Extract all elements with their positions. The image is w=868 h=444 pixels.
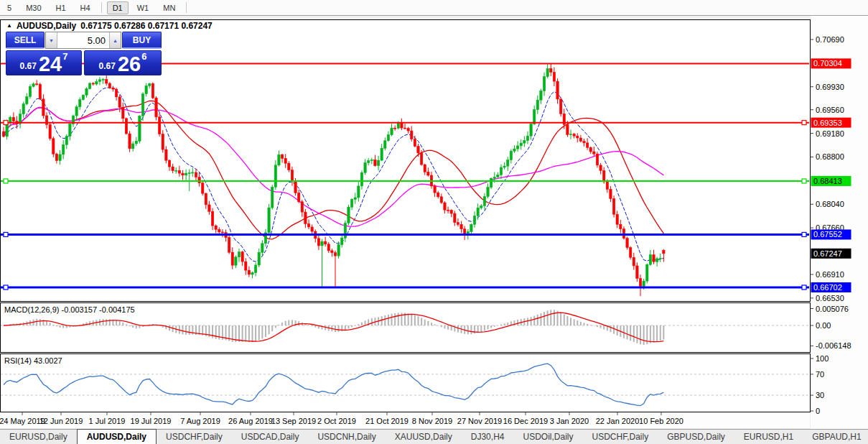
sell-price-button[interactable]: 0.67 24 7 (6, 50, 82, 75)
chart-tab-bar: EURUSD,DailyAUDUSD,DailyUSDCHF,DailyUSDC… (0, 429, 868, 444)
toolbar-separator (186, 2, 187, 13)
chart-title: ▲ AUDUSD,Daily 0.67175 0.67286 0.67171 0… (6, 21, 213, 31)
date-tick-label: 8 Nov 2019 (412, 417, 452, 425)
tab-usdcnh-daily[interactable]: USDCNH,Daily (308, 430, 385, 444)
price-tick-label: 0.70690 (816, 35, 844, 44)
toolbar-timeframe-m30[interactable]: M30 (20, 1, 47, 14)
rsi-scale-label: 100 (816, 354, 829, 363)
pivot-line-handle[interactable] (802, 179, 806, 183)
date-tick-label: 24 May 2019 (0, 417, 45, 425)
buy-price-pips: 26 (118, 53, 141, 75)
date-tick-label: 27 Nov 2019 (457, 417, 502, 425)
rsi-panel[interactable] (1, 354, 811, 412)
resistance-line-2-handle[interactable] (4, 121, 8, 125)
date-tick-label: 7 Aug 2019 (180, 417, 220, 425)
tab-usdchf-daily[interactable]: USDCHF,Daily (157, 430, 232, 444)
resistance-line-2-price-label: 0.69353 (813, 119, 842, 127)
sell-price-point: 7 (62, 51, 67, 62)
resistance-line-1-price-label: 0.70304 (813, 59, 842, 68)
tab-xauusd-daily[interactable]: XAUUSD,Daily (386, 430, 462, 444)
price-tick-label: 0.69560 (816, 106, 844, 114)
toolbar-timeframe-mn[interactable]: MN (157, 1, 181, 14)
price-tick-label: 0.68040 (816, 200, 844, 208)
tab-gbpaud-h1[interactable]: GBPAUD,H1 (803, 430, 868, 444)
pivot-line-handle[interactable] (4, 179, 8, 183)
toolbar-timeframe-h4[interactable]: H4 (75, 1, 96, 14)
resistance-line-2-handle[interactable] (802, 121, 806, 125)
date-tick-label: 1 Jul 2019 (89, 417, 126, 425)
price-tick-label: 0.68800 (816, 152, 844, 161)
volume-increase-button[interactable]: ▲ (109, 32, 121, 48)
rsi-scale-label: 70 (816, 370, 824, 379)
tab-dj30-h4[interactable]: DJ30,H4 (462, 430, 514, 444)
rsi-indicator-label: RSI(14) 43.0027 (4, 356, 62, 365)
support-line-1-price-label: 0.67552 (813, 230, 842, 239)
one-click-trade-panel: SELL ▼ 5.00 ▲ BUY 0.67 24 7 0.67 26 6 (6, 32, 162, 75)
tab-audusd-daily[interactable]: AUDUSD,Daily (77, 429, 157, 444)
tab-usdchf-daily[interactable]: USDCHF,Daily (582, 430, 658, 444)
tab-eurusd-daily[interactable]: EURUSD,Daily (0, 430, 77, 444)
date-tick-label: 10 Feb 2020 (639, 417, 683, 425)
support-line-2-price-label: 0.66702 (813, 283, 842, 292)
date-tick-label: 16 Dec 2019 (503, 417, 548, 425)
support-line-2-handle[interactable] (802, 285, 806, 290)
date-tick-label: 13 Sep 2019 (271, 417, 316, 425)
buy-button[interactable]: BUY (122, 32, 162, 49)
price-tick-label: 0.69930 (816, 83, 844, 91)
price-scale-column[interactable] (811, 16, 868, 429)
date-tick-label: 19 Jul 2019 (131, 417, 172, 425)
sell-price-pips: 24 (39, 53, 62, 75)
tab-eurusd-h1[interactable]: EURUSD,H1 (734, 430, 803, 444)
date-tick-label: 21 Oct 2019 (365, 417, 409, 425)
price-tick-label: 0.66530 (816, 294, 844, 302)
macd-scale-label: 0.00 (816, 321, 831, 330)
tab-usdcad-daily[interactable]: USDCAD,Daily (232, 430, 309, 444)
tab-usdoil-daily[interactable]: USDOil,Daily (513, 430, 582, 444)
date-tick-label: 26 Aug 2019 (228, 417, 273, 425)
chart-symbol-label: AUDUSD,Daily (17, 21, 76, 31)
support-line-2-handle[interactable] (4, 285, 8, 290)
toolbar-separator (101, 2, 102, 13)
support-line-1-handle[interactable] (802, 232, 806, 236)
volume-input[interactable]: 5.00 (57, 32, 109, 48)
date-tick-label: 22 Jan 2020 (596, 417, 640, 425)
volume-decrease-button[interactable]: ▼ (46, 32, 57, 48)
macd-scale-label: 0.005076 (816, 305, 849, 313)
volume-control: ▼ 5.00 ▲ (45, 32, 121, 49)
date-tick-label: 12 Jun 2019 (39, 417, 83, 425)
toolbar-timeframe-m5-partial[interactable]: 5 (1, 1, 17, 14)
date-tick-label: 2 Oct 2019 (317, 417, 356, 425)
support-line-1-handle[interactable] (4, 232, 8, 236)
pivot-line-price-label: 0.68413 (813, 177, 842, 185)
buy-price-base: 0.67 (99, 61, 116, 71)
tab-gbpusd-daily[interactable]: GBPUSD,Daily (658, 430, 734, 444)
rsi-scale-label: 0 (816, 407, 820, 415)
sell-price-base: 0.67 (20, 61, 37, 71)
current-price-label: 0.67247 (813, 249, 842, 258)
collapse-chart-icon[interactable]: ▲ (6, 23, 12, 29)
toolbar-timeframe-w1[interactable]: W1 (131, 1, 155, 14)
chart-ohlc-values: 0.67175 0.67286 0.67171 0.67247 (80, 21, 213, 31)
price-tick-label: 0.69180 (816, 129, 844, 138)
buy-price-point: 6 (141, 51, 146, 62)
toolbar-timeframe-h1[interactable]: H1 (50, 1, 72, 14)
trading-platform-window: 0.706900.699300.695600.691800.688000.680… (0, 0, 868, 444)
toolbar-timeframe-d1[interactable]: D1 (107, 1, 129, 14)
price-tick-label: 0.66910 (816, 270, 844, 279)
macd-indicator-label: MACD(12,26,9) -0.003157 -0.004175 (4, 305, 135, 314)
macd-scale-label: -0.006148 (816, 341, 851, 350)
buy-price-button[interactable]: 0.67 26 6 (84, 50, 162, 75)
sell-button[interactable]: SELL (6, 32, 45, 49)
rsi-scale-label: 30 (816, 391, 824, 399)
timeframe-toolbar: 5M30H1H4D1W1MN (0, 0, 868, 16)
date-tick-label: 3 Jan 2020 (550, 417, 589, 425)
